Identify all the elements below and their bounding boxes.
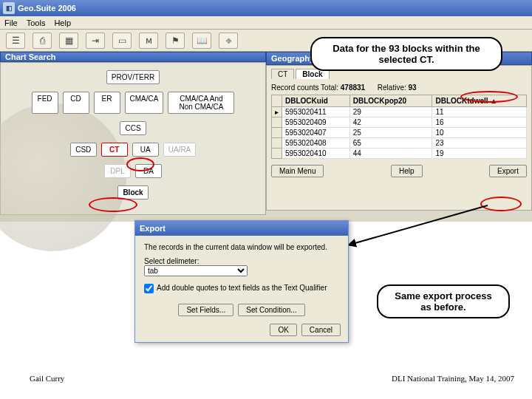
node-cd[interactable]: CD	[63, 92, 89, 114]
node-cmaca[interactable]: CMA/CA	[125, 92, 164, 114]
export-dialog-body: The records in the current data window w…	[135, 236, 348, 301]
panes: Chart Search PROV/TERR FED CD ER CMA/CA …	[0, 52, 532, 211]
geo-buttons: Main Menu Help Export	[271, 165, 527, 177]
callout-top: Data for the 93 blocks within the select…	[310, 37, 502, 71]
geography-data-pane: Geography Data CT Block Record counts To…	[266, 52, 532, 211]
set-condition-button[interactable]: Set Condition...	[238, 304, 304, 316]
col-dwell[interactable]: DBLOCKtdwell ▲	[432, 95, 527, 107]
text-qualifier-checkbox[interactable]	[144, 284, 154, 293]
footer-author: Gail Curry	[30, 374, 64, 383]
delimiter-field: Select delimeter: tab	[144, 257, 339, 276]
row-selector-header	[272, 95, 282, 107]
titlebar[interactable]: ◧ Geo.Suite 2006	[0, 0, 532, 16]
table-row[interactable]: ▸59530204112911	[272, 107, 527, 117]
export-button[interactable]: Export	[489, 165, 527, 177]
col-uid[interactable]: DBLOCKuid	[282, 95, 350, 107]
ok-button[interactable]: OK	[270, 324, 296, 336]
relative-value: 93	[409, 83, 417, 92]
app-icon: ◧	[3, 2, 15, 14]
node-uara[interactable]: UA/RA	[163, 143, 197, 157]
table-row[interactable]: 59530204086523	[272, 138, 527, 149]
tool-flag-icon[interactable]: ⚑	[166, 33, 185, 49]
chart-search-header[interactable]: Chart Search	[0, 52, 266, 62]
counts-label: Record counts Total:	[271, 83, 338, 92]
node-cmaca-non[interactable]: CMA/CA And Non CMA/CA	[168, 92, 234, 114]
set-fields-button[interactable]: Set Fields...	[178, 304, 233, 316]
node-ua[interactable]: UA	[132, 143, 159, 157]
callout-bottom: Same export process as before.	[377, 284, 510, 318]
table-row[interactable]: 59530204072510	[272, 128, 527, 138]
export-dialog: Export The records in the current data w…	[134, 220, 349, 343]
table-row[interactable]: 59530204094216	[272, 117, 527, 128]
row-pointer-icon: ▸	[272, 107, 282, 117]
col-pop[interactable]: DBLOCKpop20	[349, 95, 432, 107]
tool-export-icon[interactable]: ⇥	[86, 33, 105, 49]
node-prov[interactable]: PROV/TERR	[106, 70, 160, 84]
geo-body: CT Block Record counts Total: 478831 Rel…	[266, 65, 532, 211]
menu-file[interactable]: File	[4, 18, 18, 27]
relative-label: Relative:	[378, 83, 406, 92]
table-row[interactable]: 59530204104419	[272, 149, 527, 159]
svg-line-0	[347, 205, 488, 245]
delimiter-select[interactable]: tab	[144, 265, 248, 276]
cancel-button[interactable]: Cancel	[301, 324, 341, 336]
app-window: ◧ Geo.Suite 2006 File Tools Help ☰ ⎙ ▦ ⇥…	[0, 0, 532, 222]
node-block[interactable]: Block	[117, 185, 148, 200]
arrow-export-to-dialog	[340, 200, 502, 288]
tool-list-icon[interactable]: ☰	[6, 33, 25, 49]
record-counts: Record counts Total: 478831 Relative: 93	[271, 83, 527, 92]
node-ccs[interactable]: CCS	[120, 121, 146, 135]
hierarchy-chart: PROV/TERR FED CD ER CMA/CA CMA/CA And No…	[1, 63, 265, 214]
tool-chart-icon[interactable]: ▭	[112, 33, 132, 49]
data-grid[interactable]: DBLOCKuid DBLOCKpop20 DBLOCKtdwell ▲ ▸59…	[271, 95, 527, 159]
node-er[interactable]: ER	[94, 92, 120, 114]
menu-tools[interactable]: Tools	[27, 18, 46, 27]
chart-body: PROV/TERR FED CD ER CMA/CA CMA/CA And No…	[0, 62, 266, 215]
tool-calc-icon[interactable]: ▦	[59, 33, 78, 49]
text-qualifier-checkbox-row: Add double quotes to text fields as the …	[144, 284, 339, 293]
tool-print-icon[interactable]: ⎙	[33, 33, 52, 49]
main-menu-button[interactable]: Main Menu	[271, 165, 324, 177]
app-title: Geo.Suite 2006	[18, 4, 76, 13]
node-ct[interactable]: CT	[101, 143, 128, 157]
export-dialog-title[interactable]: Export	[135, 221, 348, 236]
footer-event: DLI National Training, May 14, 2007	[392, 374, 514, 383]
node-csd[interactable]: CSD	[70, 143, 97, 157]
chart-search-pane: Chart Search PROV/TERR FED CD ER CMA/CA …	[0, 52, 266, 211]
node-da[interactable]: DA	[135, 164, 162, 178]
tab-ct[interactable]: CT	[271, 69, 294, 79]
tool-door-icon[interactable]: ⎆	[219, 33, 238, 49]
help-button[interactable]: Help	[391, 165, 423, 177]
tool-book-icon[interactable]: 📖	[192, 33, 211, 49]
node-dpl[interactable]: DPL	[104, 164, 131, 178]
export-dialog-buttons: Set Fields... Set Condition... OK Cancel	[135, 301, 348, 342]
delimiter-label: Select delimeter:	[144, 257, 339, 265]
counts-total: 478831	[341, 83, 365, 92]
export-message: The records in the current data window w…	[144, 243, 339, 251]
menu-help[interactable]: Help	[54, 18, 71, 27]
grid-header-row: DBLOCKuid DBLOCKpop20 DBLOCKtdwell ▲	[272, 95, 527, 107]
menubar: File Tools Help	[0, 16, 532, 30]
node-fed[interactable]: FED	[32, 92, 58, 114]
text-qualifier-label: Add double quotes to text fields as the …	[157, 284, 327, 292]
tool-search-icon[interactable]: ᴍ	[139, 33, 158, 49]
